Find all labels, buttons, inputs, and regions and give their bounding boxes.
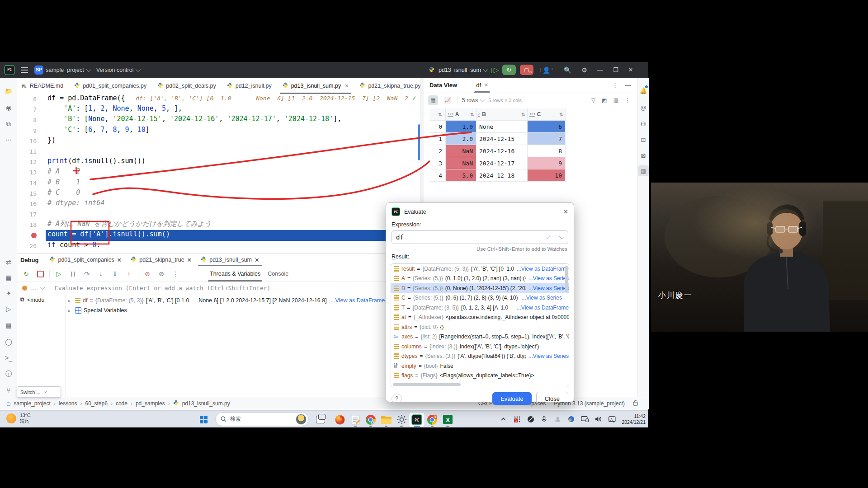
- result-row-T[interactable]: T={DataFrame: (3, 5)}[0, 1, 2, 3, 4] [A …: [391, 303, 569, 313]
- run-config-selector[interactable]: pd13_isnull_sum: [439, 67, 487, 73]
- cell-A[interactable]: NaN: [446, 157, 476, 169]
- cell-B[interactable]: 2024-12-15: [476, 133, 528, 145]
- cell-A[interactable]: NaN: [446, 145, 476, 157]
- editor-gutter[interactable]: 11: [17, 146, 46, 157]
- code-line-14[interactable]: 14# B 1: [17, 178, 420, 188]
- result-row-axes[interactable]: 1≡axes={list: 2}[RangeIndex(start=0, sto…: [391, 332, 569, 342]
- column-header-A[interactable]: 123A⇅: [446, 108, 476, 121]
- tray-copilot-icon[interactable]: [567, 415, 575, 423]
- result-row-A[interactable]: A={Series: (5,)}(0, 1.0) (1, 2.0) (2, na…: [391, 274, 569, 284]
- chat-icon[interactable]: ⊠: [638, 150, 649, 161]
- taskbar-clock[interactable]: 11:42 2024/12/21: [622, 413, 646, 425]
- variable-row-df[interactable]: ▸df={DataFrame: (5, 3)}['A', 'B', 'C'] […: [68, 296, 420, 305]
- find-icon[interactable]: ▦: [3, 272, 14, 283]
- force-step-into-button[interactable]: ⇓: [110, 269, 120, 279]
- commit-icon[interactable]: ⇄: [3, 257, 14, 267]
- frames-list[interactable]: ⧉ <modu: [17, 294, 66, 397]
- view-breakpoints-button[interactable]: ⊘: [142, 269, 152, 279]
- rows-selector[interactable]: 5 rows: [462, 97, 484, 103]
- result-row-columns[interactable]: columns={Index: (3,)}Index(['A', 'B', 'C…: [391, 342, 569, 352]
- taskbar-app-notes[interactable]: [348, 413, 363, 427]
- data-view-icon[interactable]: ▦: [638, 165, 649, 176]
- tab-pd02_split_deals.py[interactable]: pd02_split_deals.py: [152, 78, 222, 94]
- debug-more-kebab-icon[interactable]: ⋮: [170, 269, 180, 279]
- close-icon[interactable]: ✕: [117, 257, 122, 263]
- debug-session-tab-pd01_split_companies[interactable]: pd01_split_companies✕: [45, 253, 126, 266]
- dialog-close-button[interactable]: ✕: [563, 208, 568, 215]
- chart-view-icon[interactable]: 📈: [443, 95, 453, 105]
- python-packages-icon[interactable]: ▤: [3, 320, 14, 331]
- cell-B[interactable]: 2024-12-16: [476, 145, 528, 157]
- step-out-button[interactable]: ↑: [124, 269, 134, 279]
- code-line-15[interactable]: 15# C 0: [17, 188, 420, 199]
- result-row-result[interactable]: result={DataFrame: (5, 3)}['A', 'B', 'C'…: [391, 264, 569, 274]
- sort-icon[interactable]: ⇅: [522, 112, 525, 117]
- cell-C[interactable]: 6: [528, 121, 566, 133]
- run-icon[interactable]: ▷: [3, 304, 14, 314]
- frame-label[interactable]: <modu: [27, 297, 45, 303]
- cell-index[interactable]: 1: [429, 133, 446, 145]
- close-icon[interactable]: ✕: [344, 83, 349, 89]
- sort-icon[interactable]: ⇅: [560, 112, 563, 117]
- microphone-icon[interactable]: [540, 415, 548, 423]
- cell-B[interactable]: None: [476, 121, 528, 133]
- taskbar-app-settings[interactable]: [394, 413, 409, 427]
- cell-C[interactable]: 7: [528, 133, 566, 145]
- help-button[interactable]: ?: [392, 394, 402, 404]
- breadcrumb-item[interactable]: code: [116, 400, 127, 407]
- result-row-dtypes[interactable]: dtypes={Series: (3,)}('A', dtype('float6…: [391, 352, 569, 361]
- cell-index[interactable]: 2: [429, 145, 446, 157]
- window-close-button[interactable]: ✕: [628, 66, 633, 73]
- volume-icon[interactable]: [594, 415, 602, 423]
- code-line-12[interactable]: 12print(df.isnull().sum()): [17, 157, 420, 167]
- editor-gutter[interactable]: 16: [17, 199, 46, 209]
- tab-README.md[interactable]: M↓README.md: [17, 78, 69, 94]
- column-header-B[interactable]: ◇B⇅: [476, 108, 528, 121]
- close-icon[interactable]: ×: [44, 389, 47, 395]
- cell-B[interactable]: 2024-12-17: [476, 157, 528, 169]
- editor-gutter[interactable]: 13: [17, 167, 46, 178]
- cell-C[interactable]: 10: [528, 169, 566, 182]
- tray-presence-icon[interactable]: [554, 415, 561, 423]
- cell-index[interactable]: 4: [429, 169, 446, 182]
- result-row-at[interactable]: at={_AtIndexer}<pandas.core.indexing._At…: [391, 313, 569, 323]
- python-console-icon[interactable]: ◯: [3, 336, 14, 347]
- bot-icon[interactable]: ⊡: [638, 134, 649, 145]
- pull-requests-icon[interactable]: ◉: [3, 102, 14, 113]
- expression-history-dropdown[interactable]: [554, 231, 568, 244]
- step-over-button[interactable]: ↷: [82, 269, 92, 279]
- columns-icon[interactable]: ▥: [613, 97, 618, 103]
- editor-gutter[interactable]: 18: [17, 220, 46, 230]
- taskbar-search-input[interactable]: 検索: [215, 413, 309, 426]
- version-control-menu[interactable]: Version control: [96, 67, 140, 73]
- breadcrumb-item[interactable]: 60_step6: [85, 400, 108, 407]
- debug-session-tab-pd21_skipna_true[interactable]: pd21_skipna_true✕: [126, 253, 196, 266]
- editor-gutter[interactable]: 12: [17, 157, 46, 167]
- code-line-16[interactable]: 16# dtype: int64: [17, 199, 420, 209]
- taskbar-weather-widget[interactable]: 13°C 晴れ: [6, 413, 30, 424]
- editor-gutter[interactable]: 9: [17, 126, 46, 136]
- search-everywhere-icon[interactable]: 🔍: [564, 66, 571, 74]
- cell-A[interactable]: 5.0: [446, 169, 476, 182]
- stop-button[interactable]: [35, 269, 45, 279]
- window-minimize-button[interactable]: —: [597, 66, 603, 73]
- table-row[interactable]: 45.02024-12-1810: [429, 169, 566, 182]
- breadcrumb[interactable]: ▢sample_project›lessons›60_step6›code›pd…: [0, 400, 230, 407]
- ime-input-icon[interactable]: A: [608, 415, 616, 423]
- breadcrumb-item[interactable]: sample_project: [14, 400, 50, 407]
- editor-gutter[interactable]: 10: [17, 136, 46, 146]
- breadcrumb-item[interactable]: pd13_isnull_sum.py: [182, 400, 230, 407]
- tree-expand-icon[interactable]: ▸: [68, 308, 73, 313]
- view-as-link[interactable]: ...View as Series: [528, 353, 569, 359]
- editor-gutter[interactable]: 7: [17, 104, 46, 115]
- step-into-button[interactable]: ↓: [96, 269, 106, 279]
- expression-value[interactable]: df: [392, 234, 546, 241]
- more-options-kebab-icon[interactable]: ⋮: [625, 97, 630, 103]
- sort-icon[interactable]: ⇅: [439, 112, 442, 117]
- ai-assistant-icon[interactable]: ✦: [3, 288, 14, 299]
- code-line-10[interactable]: 10}): [17, 136, 420, 146]
- tray-dnd-icon[interactable]: [527, 415, 534, 423]
- close-icon[interactable]: ✕: [484, 82, 488, 88]
- start-button[interactable]: [196, 413, 211, 427]
- database-icon[interactable]: ⛁: [638, 118, 649, 129]
